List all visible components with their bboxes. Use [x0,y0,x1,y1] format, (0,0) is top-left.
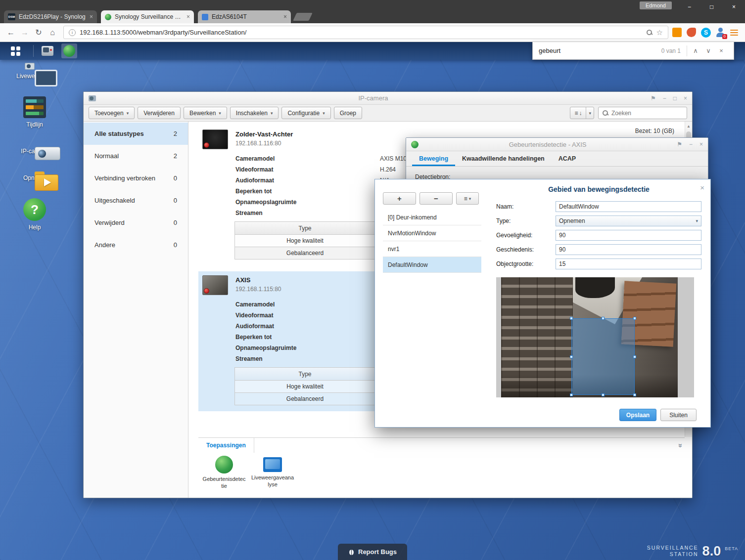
pin-icon[interactable]: ⚑ [651,95,656,102]
pin-icon[interactable]: ⚑ [677,141,682,148]
close-icon[interactable]: × [684,95,687,102]
stream-row[interactable]: Hoge kwaliteit [235,235,375,247]
add-window-button[interactable]: + [383,192,416,205]
url-input[interactable] [80,29,642,36]
type-select[interactable]: Opnemen ▾ [556,215,701,226]
extension-orange-icon[interactable] [672,28,682,37]
new-tab-button[interactable] [293,13,312,21]
main-menu-icon[interactable] [11,46,20,56]
edit-button[interactable]: Bewerken▾ [184,107,227,119]
status-filter-disconnected[interactable]: Verbinding verbroken 0 [84,167,188,189]
scroll-up-icon[interactable]: ▲ [685,122,692,129]
home-icon[interactable]: ⌂ [46,26,59,40]
save-button[interactable]: Opslaan [619,409,656,421]
app-event-detection[interactable]: Gebeurtenisdetectie [202,456,246,490]
tab-tampering[interactable]: Kwaadwillende handelingen [455,151,552,166]
browser-minimize-icon[interactable]: − [678,0,700,14]
browser-profile-chip[interactable]: Edmond [640,1,672,9]
profile-extension-icon[interactable]: 0 [716,28,725,37]
close-icon[interactable]: × [699,141,703,148]
search-input[interactable] [611,110,688,117]
status-filter-disabled[interactable]: Uitgeschakeld 0 [84,189,188,212]
shortcut-recording[interactable]: Opname [9,172,60,181]
shortcut-timeline[interactable]: Tijdlijn [9,96,60,128]
stream-row[interactable]: Gebalanceerd [235,393,375,405]
tab-close-icon[interactable]: × [186,13,190,20]
window-titlebar[interactable]: IP-camera ⚑ − □ × [84,92,692,105]
tab-close-icon[interactable]: × [283,13,287,20]
taskbar-app-ip-camera[interactable] [40,43,55,58]
taskbar-app-surveillance[interactable] [61,43,77,58]
status-filter-removed[interactable]: Verwijderd 0 [84,212,188,234]
sort-dropdown-icon[interactable]: ▾ [586,107,594,119]
site-info-icon[interactable]: i [69,29,76,36]
camera-thumbnail[interactable] [202,275,228,295]
resize-handle[interactable] [602,393,605,396]
close-button[interactable]: Sluiten [660,409,697,421]
browser-tab-dsm[interactable]: DSM EdzDS216Play - Synolog × [4,10,97,23]
add-button[interactable]: Toevoegen▾ [89,107,135,119]
forward-icon[interactable]: → [18,26,32,40]
bookmark-star-icon[interactable]: ☆ [656,28,663,37]
browser-tab-as[interactable]: EdzAS6104T × [198,10,291,23]
camera-preview-image[interactable] [501,277,678,397]
history-field[interactable] [556,244,701,255]
window-list-item[interactable]: nvr1 [383,241,481,257]
remove-window-button[interactable]: − [419,192,453,205]
camera-search-box[interactable] [598,107,687,119]
status-filter-normal[interactable]: Normaal 2 [84,145,188,167]
tab-close-icon[interactable]: × [90,13,93,20]
browser-menu-icon[interactable] [728,28,740,38]
extension-red-icon[interactable] [687,28,696,37]
report-bugs-button[interactable]: Report Bugs [338,544,407,560]
browser-maximize-icon[interactable]: □ [700,0,723,14]
browser-close-icon[interactable]: × [723,0,745,14]
motion-region-selection[interactable] [571,318,635,395]
app-liveview-analysis[interactable]: Liveweergaveanalyse [251,456,294,490]
resize-handle[interactable] [570,317,573,320]
minimize-icon[interactable]: − [663,95,666,102]
window-list-item[interactable]: NvrMotionWindow [383,225,481,241]
shortcut-ip-camera[interactable]: IP-camera [9,145,60,155]
find-close-icon[interactable]: × [715,47,728,54]
close-icon[interactable]: × [700,183,704,192]
status-filter-all[interactable]: Alle statustypes 2 [84,123,188,145]
sort-button[interactable]: ≡↓ ▾ [570,107,594,119]
delete-button[interactable]: Verwijderen [138,107,181,119]
collapse-icon[interactable]: » [676,441,685,449]
find-input[interactable] [539,47,657,54]
find-previous-icon[interactable]: ∧ [689,47,702,54]
shortcut-liveview[interactable]: Liveweergave [9,70,60,80]
minimize-icon[interactable]: − [689,141,693,148]
camera-thumbnail[interactable] [202,129,228,149]
status-filter-other[interactable]: Andere 0 [84,234,188,256]
browser-tab-surveillance[interactable]: Synology Surveillance Sta × [101,10,194,23]
find-next-icon[interactable]: ∨ [702,47,715,54]
stream-row[interactable]: Hoge kwaliteit [235,381,375,392]
resize-handle[interactable] [633,355,636,358]
enable-button[interactable]: Inschakelen▾ [230,107,279,119]
stream-row[interactable]: Gebalanceerd [235,247,375,259]
shortcut-help[interactable]: ? Help [9,198,60,231]
object-size-field[interactable] [556,258,701,269]
tab-motion[interactable]: Beweging [412,151,455,166]
dialog-titlebar[interactable]: Gebeurtenisdetectie - AXIS ⚑ − × [406,138,708,151]
list-sort-button[interactable]: ≡ ▾ [456,192,479,205]
resize-handle[interactable] [633,393,636,396]
tab-applications[interactable]: Toepassingen [198,438,254,453]
url-bar[interactable]: i ☆ [63,26,668,39]
resize-handle[interactable] [570,393,573,396]
tab-acap[interactable]: ACAP [552,151,583,166]
resize-handle[interactable] [633,317,636,320]
configure-button[interactable]: Configuratie▾ [281,107,330,119]
resize-handle[interactable] [602,317,605,320]
resize-handle[interactable] [570,355,573,358]
sensitivity-field[interactable] [556,230,701,241]
zoom-icon[interactable] [646,29,652,36]
window-list-item-selected[interactable]: DefaultWindow [383,257,481,273]
maximize-icon[interactable]: □ [673,95,677,102]
window-list-item[interactable]: [0] Deur-inkomend [383,210,481,225]
group-button[interactable]: Groep [334,107,362,119]
name-field[interactable] [556,201,701,212]
back-icon[interactable]: ← [4,26,18,40]
